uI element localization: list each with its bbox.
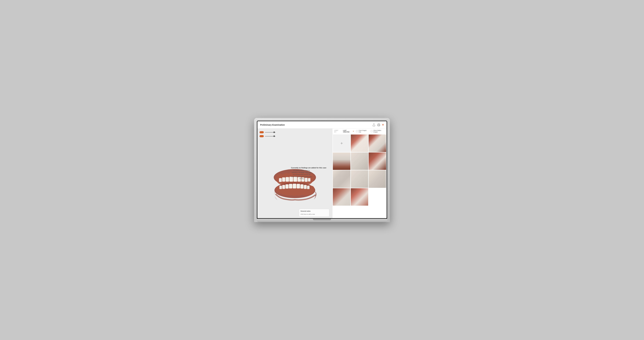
window-title: Preliminary Examination [260, 124, 285, 126]
upper-jaw-slider-row [260, 131, 276, 133]
notes-area: General notes [299, 209, 329, 217]
sort-value[interactable]: LAST CREATED ▾ [343, 130, 354, 133]
laptop-notch [313, 219, 331, 220]
upper-jaw-thumb[interactable] [274, 132, 275, 133]
image-cell-2[interactable] [369, 135, 386, 152]
hidden-images-filter[interactable]: Show hidden images [371, 130, 385, 133]
svg-rect-18 [297, 184, 300, 188]
svg-rect-16 [289, 184, 292, 188]
lower-jaw-track [265, 136, 276, 137]
images-grid: + [332, 134, 386, 206]
case-images-label: Case images only [359, 130, 368, 133]
lower-jaw-thumb[interactable] [274, 135, 275, 137]
image-cell-7[interactable] [351, 170, 368, 188]
svg-rect-20 [304, 185, 306, 189]
close-button[interactable]: × [382, 123, 384, 127]
share-button[interactable] [372, 123, 376, 126]
title-bar: Preliminary Examination [258, 121, 386, 129]
hidden-images-checkbox[interactable] [371, 130, 372, 132]
notes-input[interactable] [300, 213, 328, 215]
screen-inner: Preliminary Examination [258, 121, 386, 218]
svg-rect-19 [300, 184, 304, 189]
image-cell-10[interactable] [351, 188, 368, 206]
case-images-checkbox[interactable] [356, 130, 358, 132]
left-panel: Currently no findings are added for this… [258, 129, 332, 218]
lower-jaw-icon [260, 135, 264, 137]
sort-value-text: LAST CREATED [343, 130, 352, 133]
right-panel: SORT BY: LAST CREATED ▾ Case images only [332, 129, 386, 218]
image-cell-3[interactable] [333, 152, 350, 170]
svg-rect-1 [378, 125, 380, 126]
slider-controls [260, 131, 276, 137]
upper-jaw-icon [260, 131, 264, 133]
image-cell-5[interactable] [369, 152, 386, 170]
findings-description: To create a finding: Start by selecting … [291, 170, 312, 180]
image-cell-8[interactable] [369, 170, 386, 188]
image-cell-1[interactable] [351, 135, 368, 152]
print-button[interactable] [377, 123, 380, 126]
svg-rect-5 [286, 177, 289, 182]
title-icons: × [372, 123, 384, 127]
laptop-outer: Preliminary Examination [254, 118, 390, 222]
image-cell-6[interactable] [333, 170, 350, 188]
sort-by-label: SORT BY: [334, 130, 340, 133]
svg-rect-4 [282, 177, 285, 182]
svg-rect-3 [279, 178, 282, 182]
content-area: Currently no findings are added for this… [258, 129, 386, 218]
svg-rect-17 [293, 184, 296, 188]
lower-jaw-slider-row [260, 135, 276, 137]
svg-rect-13 [280, 186, 282, 189]
add-image-button[interactable]: + [333, 135, 350, 152]
findings-overlay: Currently no findings are added for this… [291, 167, 326, 180]
case-images-filter[interactable]: Case images only [356, 130, 368, 133]
application-window: Preliminary Examination [258, 121, 386, 218]
laptop-base [257, 219, 387, 222]
add-icon: + [340, 141, 343, 146]
svg-rect-21 [307, 186, 310, 189]
image-cell-4[interactable] [351, 152, 368, 170]
notes-label: General notes [300, 210, 328, 212]
hidden-images-label: Show hidden images [373, 130, 385, 133]
laptop-screen: Preliminary Examination [257, 121, 387, 219]
sort-bar: SORT BY: LAST CREATED ▾ Case images only [332, 129, 386, 134]
findings-title: Currently no findings are added for this… [291, 167, 326, 169]
svg-rect-15 [286, 184, 288, 189]
sort-chevron-icon: ▾ [353, 130, 354, 132]
image-cell-9[interactable] [333, 188, 350, 206]
upper-jaw-track [265, 132, 276, 133]
svg-rect-14 [282, 185, 285, 189]
